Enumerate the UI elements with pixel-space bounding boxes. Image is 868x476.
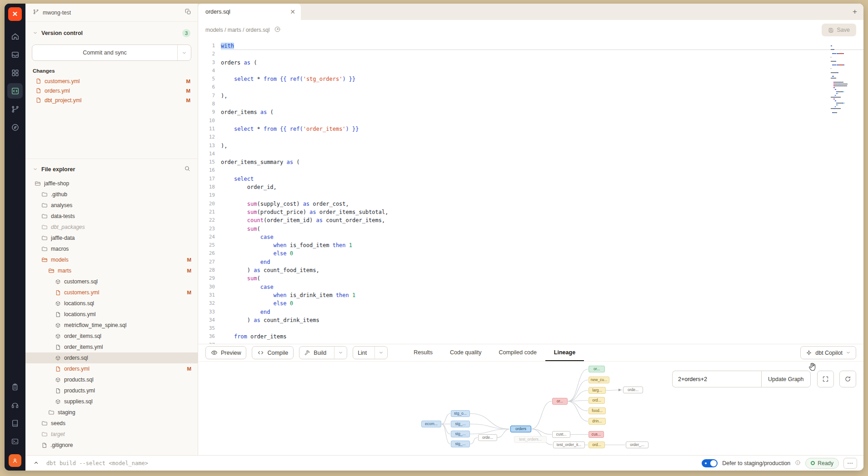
code-line-33[interactable]: end [221,308,863,316]
lineage-node-orders[interactable]: orders [510,426,531,432]
file-tree-item-data-tests[interactable]: data-tests [25,211,198,222]
tab-orders-sql[interactable]: orders.sql ✕ [198,4,301,20]
lineage-node-cust[interactable]: cust... [552,431,570,438]
file-tree-item-order_items.sql[interactable]: order_items.sql [25,331,198,342]
lineage-selector-input[interactable]: 2+orders+2 [672,371,761,387]
changed-file-dbt_project.yml[interactable]: dbt_project.ymlM [25,95,198,105]
code-line-18[interactable]: order_id, [221,183,863,191]
code-line-8[interactable] [221,100,863,108]
version-control-header[interactable]: Version control 3 [25,22,198,40]
lineage-node-stg2[interactable]: stg_... [451,421,470,427]
code-line-16[interactable] [221,166,863,174]
build-options-chevron-icon[interactable] [334,347,347,359]
nav-home-icon[interactable] [7,29,23,44]
code-line-26[interactable]: else 0 [221,249,863,258]
preview-button[interactable]: Preview [205,346,246,359]
code-line-13[interactable]: ), [221,142,863,150]
info-icon[interactable] [795,459,801,467]
lineage-node-orderw[interactable]: order_... [626,441,649,448]
code-editor[interactable]: 1234567891011121314151617181920212223242… [198,40,863,344]
file-tree-item-analyses[interactable]: analyses [25,200,198,211]
code-line-29[interactable]: sum( [221,274,863,283]
code-line-30[interactable]: case [221,283,863,291]
code-line-21[interactable]: sum(product_price) as order_items_subtot… [221,208,863,216]
copy-icon[interactable] [185,9,191,16]
code-line-20[interactable]: sum(supply_cost) as order_cost, [221,200,863,208]
code-lines[interactable]: withorders as ( select * from {{ ref('st… [221,40,863,344]
code-line-6[interactable] [221,83,863,91]
code-line-22[interactable]: count(order_item_id) as count_order_item… [221,216,863,224]
close-tab-icon[interactable]: ✕ [290,9,295,15]
code-line-32[interactable]: else 0 [221,299,863,307]
open-compiled-link-icon[interactable] [274,26,281,35]
code-line-15[interactable]: order_items_summary as ( [221,158,863,166]
file-tree-item-metricflow_time_spine.sql[interactable]: metricflow_time_spine.sql [25,320,198,331]
code-line-34[interactable]: ) as count_drink_items [221,316,863,324]
panel-tab-compiled-code[interactable]: Compiled code [490,344,545,361]
nav-compass-icon[interactable] [7,119,23,135]
code-line-9[interactable]: order_items as ( [221,108,863,116]
file-tree-item-staging[interactable]: staging [25,407,198,418]
defer-toggle[interactable] [702,459,718,467]
lineage-node-stg4[interactable]: stg_... [451,441,470,447]
user-avatar[interactable] [9,454,21,467]
new-tab-icon[interactable]: + [846,4,863,20]
file-tree-item-macros[interactable]: macros [25,243,198,254]
nav-docs-icon[interactable] [7,416,23,431]
refresh-button[interactable] [839,371,856,387]
build-button[interactable]: Build [299,347,331,359]
editor-minimap[interactable] [831,45,857,116]
nav-stack-icon[interactable] [7,47,23,62]
file-tree-item-jaffle-data[interactable]: jaffle-data [25,233,198,243]
lineage-node-orpk[interactable]: or... [552,398,568,405]
lineage-node-stg1[interactable]: stg_o... [451,410,470,417]
lineage-node-food[interactable]: food... [589,407,606,414]
code-line-14[interactable] [221,150,863,158]
code-line-4[interactable] [221,67,863,75]
dbt-logo-icon[interactable]: ✕ [8,7,22,21]
file-tree-item-.github[interactable]: .github [25,189,198,200]
compile-button[interactable]: Compile [252,346,294,359]
nav-headset-icon[interactable] [7,397,23,413]
commit-options-chevron-icon[interactable] [177,45,191,60]
lineage-node-ecom[interactable]: ecom... [421,421,441,427]
code-line-5[interactable]: select * from {{ ref('stg_orders') }} [221,75,863,83]
code-line-25[interactable]: when is_food_item then 1 [221,241,863,249]
save-button[interactable]: Save [822,24,857,36]
expand-command-bar-chevron-icon[interactable] [31,458,41,468]
lineage-node-drin[interactable]: drin... [589,418,606,425]
lineage-node-order[interactable]: orde... [623,387,643,393]
code-line-24[interactable]: case [221,233,863,241]
nav-terminal-icon[interactable] [7,434,23,449]
commit-and-sync-button[interactable]: Commit and sync [32,45,191,61]
lineage-node-stg3[interactable]: stg_... [451,431,470,437]
file-tree-item-dbt_packages[interactable]: dbt_packages [25,222,198,233]
file-tree-item-locations.yml[interactable]: locations.yml [25,309,198,320]
changed-file-orders.yml[interactable]: orders.ymlM [25,86,198,95]
file-explorer-header[interactable]: File explorer [25,159,198,176]
code-line-27[interactable]: end [221,258,863,266]
file-tree-item-customers.sql[interactable]: customers.sql [25,276,198,287]
file-tree-item-orders.sql[interactable]: orders.sql [25,352,198,363]
code-line-31[interactable]: when is_drink_item then 1 [221,291,863,299]
dbt-copilot-button[interactable]: dbt Copilot [800,346,856,359]
nav-clipboard-icon[interactable] [7,379,23,395]
lineage-node-ghost[interactable]: test_orders... [514,436,547,443]
file-tree-item-supplies.sql[interactable]: supplies.sql [25,396,198,407]
lineage-node-ord1[interactable]: ord... [589,397,605,404]
code-line-19[interactable] [221,191,863,199]
update-graph-button[interactable]: Update Graph [761,371,811,387]
code-line-2[interactable] [221,50,863,58]
file-tree-item-target[interactable]: target [25,429,198,440]
panel-tab-code-quality[interactable]: Code quality [441,344,490,361]
code-line-37[interactable] [221,341,863,344]
command-input[interactable]: dbt build --select <model_name> [46,460,148,466]
lineage-node-larg[interactable]: larg... [589,387,606,394]
more-options-button[interactable]: ⋯ [843,458,857,469]
lineage-node-cusp[interactable]: cus... [589,431,604,438]
lint-options-chevron-icon[interactable] [374,347,387,359]
file-tree-item-.gitignore[interactable]: .gitignore [25,440,198,451]
code-line-10[interactable] [221,117,863,125]
panel-tab-results[interactable]: Results [405,344,441,361]
changed-file-customers.yml[interactable]: customers.ymlM [25,76,198,86]
